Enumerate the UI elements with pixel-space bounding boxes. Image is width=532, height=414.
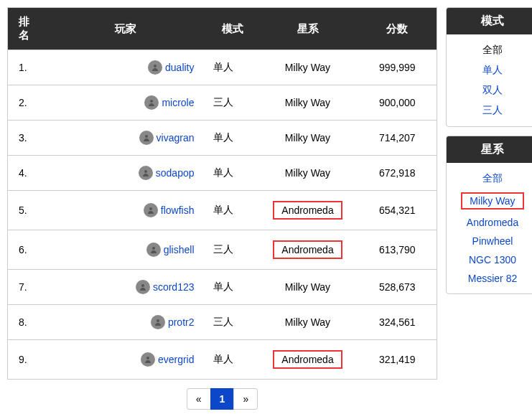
avatar-icon: [139, 166, 153, 180]
mode-cell: 单人: [207, 191, 258, 230]
avatar-icon: [136, 280, 150, 294]
player-cell: flowfish: [44, 191, 207, 230]
mode-cell: 三人: [207, 230, 258, 270]
mode-filter-link[interactable]: 单人: [482, 64, 503, 75]
rank-cell: 6.: [8, 230, 44, 270]
galaxy-filter-link[interactable]: 全部: [482, 172, 503, 184]
table-row: 2.microle三人Milky Way900,000: [8, 85, 437, 121]
galaxy-filter-item[interactable]: NGC 1300: [451, 250, 532, 269]
score-cell: 654,321: [358, 191, 437, 230]
svg-point-0: [154, 65, 157, 67]
galaxy-filter-item[interactable]: Pinwheel: [451, 232, 532, 250]
col-galaxy: 星系: [258, 8, 358, 50]
galaxy-cell: Milky Way: [258, 156, 358, 191]
pager: « 1 »: [7, 388, 437, 410]
leaderboard-table: 排名 玩家 模式 星系 分数 1.duality单人Milky Way999,9…: [7, 7, 437, 380]
player-link[interactable]: glishell: [164, 244, 195, 255]
pager-next-button[interactable]: »: [233, 388, 258, 410]
svg-point-7: [157, 319, 159, 322]
mode-filter-link[interactable]: 全部: [482, 44, 503, 55]
mode-cell: 三人: [207, 85, 258, 121]
galaxy-filter-link[interactable]: Messier 82: [468, 273, 517, 284]
galaxy-filter-panel: 星系 全部Milky WayAndromedaPinwheelNGC 1300M…: [446, 136, 532, 294]
rank-cell: 1.: [8, 50, 44, 85]
svg-point-6: [141, 284, 144, 287]
score-cell: 672,918: [358, 156, 437, 191]
mode-filter-item[interactable]: 单人: [451, 60, 532, 80]
rank-cell: 9.: [8, 340, 44, 380]
avatar-icon: [151, 315, 165, 329]
avatar-icon: [146, 243, 161, 257]
score-cell: 714,207: [358, 121, 437, 156]
table-row: 7.scord123单人Milky Way528,673: [8, 270, 437, 305]
galaxy-cell: Milky Way: [258, 50, 358, 85]
galaxy-highlight: Andromeda: [273, 350, 342, 369]
player-link[interactable]: scord123: [153, 281, 195, 293]
svg-point-5: [152, 247, 155, 250]
rank-cell: 8.: [8, 305, 44, 340]
mode-filter-item[interactable]: 三人: [451, 100, 532, 121]
galaxy-filter-item[interactable]: Andromeda: [451, 213, 532, 232]
table-row: 4.sodapop单人Milky Way672,918: [8, 156, 437, 191]
galaxy-filter-item[interactable]: 全部: [451, 169, 532, 189]
score-cell: 528,673: [358, 270, 437, 305]
galaxy-filter-link[interactable]: Pinwheel: [472, 235, 513, 247]
galaxy-filter-link[interactable]: NGC 1300: [469, 254, 516, 265]
player-cell: glishell: [44, 230, 207, 270]
svg-point-3: [144, 170, 147, 173]
table-row: 1.duality单人Milky Way999,999: [8, 50, 437, 85]
player-link[interactable]: duality: [165, 62, 194, 73]
galaxy-filter-link[interactable]: Milky Way: [470, 195, 515, 207]
galaxy-highlight: Andromeda: [273, 240, 342, 259]
player-link[interactable]: sodapop: [156, 167, 195, 179]
avatar-icon: [144, 95, 159, 110]
mode-filter-link[interactable]: 双人: [482, 84, 503, 95]
mode-cell: 单人: [207, 156, 258, 191]
galaxy-filter-link[interactable]: Andromeda: [467, 217, 518, 228]
galaxy-cell: Milky Way: [258, 270, 358, 305]
avatar-icon: [139, 131, 154, 145]
col-rank: 排名: [8, 8, 44, 50]
avatar-icon: [141, 352, 155, 367]
table-row: 3.vivagran单人Milky Way714,207: [8, 121, 437, 156]
table-row: 8.protr2三人Milky Way324,561: [8, 305, 437, 340]
rank-cell: 3.: [8, 121, 44, 156]
galaxy-cell: Milky Way: [258, 121, 358, 156]
player-cell: protr2: [44, 305, 207, 340]
table-row: 6.glishell三人Andromeda613,790: [8, 230, 437, 270]
galaxy-cell: Milky Way: [258, 305, 358, 340]
galaxy-cell: Andromeda: [258, 340, 358, 380]
galaxy-filter-item[interactable]: Messier 82: [451, 269, 532, 288]
player-cell: scord123: [44, 270, 207, 305]
score-cell: 900,000: [358, 85, 437, 121]
player-cell: microle: [44, 85, 207, 121]
galaxy-filter-item[interactable]: Milky Way: [451, 189, 532, 213]
mode-cell: 单人: [207, 270, 258, 305]
player-cell: sodapop: [44, 156, 207, 191]
col-score: 分数: [358, 8, 437, 50]
player-link[interactable]: microle: [162, 97, 194, 108]
col-player: 玩家: [44, 8, 207, 50]
galaxy-panel-title: 星系: [447, 136, 532, 163]
mode-filter-link[interactable]: 三人: [482, 104, 503, 116]
mode-filter-panel: 模式 全部单人双人三人: [446, 7, 532, 127]
pager-page-1-button[interactable]: 1: [210, 388, 235, 410]
col-mode: 模式: [207, 8, 258, 50]
galaxy-filter-selected: Milky Way: [461, 192, 523, 210]
player-link[interactable]: vivagran: [157, 132, 195, 144]
player-link[interactable]: protr2: [168, 316, 195, 328]
player-link[interactable]: evergrid: [158, 354, 195, 365]
score-cell: 324,561: [358, 305, 437, 340]
mode-cell: 单人: [207, 121, 258, 156]
avatar-icon: [144, 203, 158, 217]
rank-cell: 7.: [8, 270, 44, 305]
player-link[interactable]: flowfish: [161, 204, 195, 216]
mode-filter-item[interactable]: 全部: [451, 40, 532, 60]
score-cell: 321,419: [358, 340, 437, 380]
mode-filter-item[interactable]: 双人: [451, 80, 532, 100]
player-cell: duality: [44, 50, 207, 85]
galaxy-highlight: Andromeda: [273, 201, 342, 220]
svg-point-8: [146, 357, 149, 359]
pager-prev-button[interactable]: «: [187, 388, 211, 410]
svg-point-4: [149, 207, 152, 210]
